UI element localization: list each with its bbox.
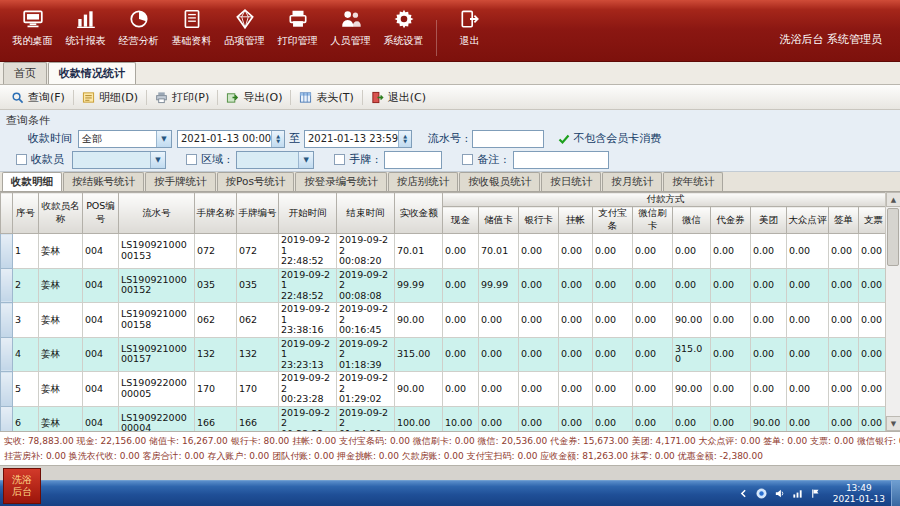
cashier-select[interactable]: ▼ — [72, 151, 166, 169]
chevron-down-icon[interactable]: ▼ — [156, 131, 171, 147]
stat-tab-by-checkout-no[interactable]: 按结账号统计 — [63, 172, 144, 191]
table-header-button[interactable]: 表头(T) — [292, 87, 360, 108]
stat-tab-by-day[interactable]: 按日统计 — [541, 172, 601, 191]
action-center-icon[interactable] — [810, 488, 821, 499]
show-desktop-button[interactable] — [891, 481, 900, 506]
area-select[interactable]: ▼ — [236, 151, 314, 169]
column-header[interactable]: 手牌名称 — [195, 193, 237, 234]
column-header[interactable]: 储值卡 — [479, 207, 519, 234]
tab-home[interactable]: 首页 — [3, 62, 47, 84]
table-row[interactable]: 6姜林004LS190922000000041661662019-09-2200… — [1, 406, 889, 432]
scroll-thumb[interactable] — [887, 208, 899, 266]
column-header[interactable]: 微信刷卡 — [633, 207, 673, 234]
column-header[interactable]: 支付宝条 — [593, 207, 633, 234]
column-header[interactable]: 美团 — [751, 207, 787, 234]
cell: 0.00 — [673, 406, 711, 432]
stat-tab-by-handtag[interactable]: 按手牌统计 — [145, 172, 216, 191]
cashier-label: 收款员 — [31, 152, 64, 167]
date-spinner-icon[interactable]: ▲▼ — [271, 131, 284, 147]
chevron-down-icon[interactable]: ▼ — [298, 152, 313, 168]
export-button[interactable]: 导出(O) — [219, 87, 289, 108]
column-header[interactable]: 银行卡 — [519, 207, 559, 234]
exit-button[interactable]: 退出(C) — [364, 87, 433, 108]
taskbar-clock[interactable]: 13:49 2021-01-13 — [827, 483, 891, 505]
area-checkbox[interactable] — [186, 154, 197, 165]
menu-item-statistics-report[interactable]: 统计报表 — [59, 8, 112, 48]
table-row[interactable]: 3姜林004LS190921000001580620622019-09-2123… — [1, 303, 889, 338]
serial-input[interactable] — [472, 130, 544, 148]
handtag-input[interactable] — [384, 151, 442, 169]
date-spinner-icon[interactable]: ▲▼ — [398, 131, 411, 147]
row-indicator[interactable] — [1, 234, 13, 269]
remark-input[interactable] — [513, 151, 609, 169]
column-header[interactable]: 开始时间 — [279, 193, 337, 234]
cell: 0.00 — [633, 372, 673, 407]
column-header[interactable]: 大众点评 — [787, 207, 829, 234]
app-title: 洗浴后台 系统管理员 — [780, 32, 883, 47]
table-row[interactable]: 1姜林004LS190921000001530720722019-09-2122… — [1, 234, 889, 269]
column-header[interactable]: 序号 — [13, 193, 39, 234]
column-header[interactable]: 实收金额 — [395, 193, 443, 234]
scroll-down-icon[interactable]: ▼ — [886, 416, 900, 431]
column-header[interactable]: 签单 — [829, 207, 859, 234]
column-header[interactable]: 手牌编号 — [237, 193, 279, 234]
chevron-down-icon[interactable]: ▼ — [150, 152, 165, 168]
stat-tab-by-cashier[interactable]: 按收银员统计 — [459, 172, 540, 191]
date-to-input[interactable]: 2021-01-13 23:59 ▲▼ — [304, 130, 412, 148]
remark-checkbox[interactable] — [462, 154, 473, 165]
print-icon — [287, 8, 309, 30]
network-icon[interactable] — [792, 488, 803, 499]
column-header[interactable]: 流水号 — [119, 193, 195, 234]
menu-item-print-management[interactable]: 打印管理 — [271, 8, 324, 48]
stat-tab-by-pos[interactable]: 按Pos号统计 — [217, 172, 295, 191]
column-header[interactable]: 挂帐 — [559, 207, 593, 234]
row-indicator[interactable] — [1, 268, 13, 303]
table-row[interactable]: 4姜林004LS190921000001571321322019-09-2123… — [1, 337, 889, 372]
green-check-icon — [544, 133, 573, 145]
cell: 0.00 — [593, 303, 633, 338]
cell: 0.00 — [787, 234, 829, 269]
stat-tab-payment-detail[interactable]: 收款明细 — [2, 172, 62, 191]
column-header[interactable]: 代金券 — [711, 207, 751, 234]
print-button[interactable]: 打印(P) — [148, 87, 216, 108]
column-header[interactable]: 结束时间 — [337, 193, 395, 234]
menu-item-business-analysis[interactable]: 经营分析 — [112, 8, 165, 48]
cashier-checkbox[interactable] — [16, 154, 27, 165]
time-range-select[interactable]: 全部 ▼ — [78, 130, 172, 148]
table-row[interactable]: 5姜林004LS190922000000051701702019-09-2200… — [1, 372, 889, 407]
menu-item-my-desktop[interactable]: 我的桌面 — [6, 8, 59, 48]
menu-item-item-management[interactable]: 品项管理 — [218, 8, 271, 48]
menu-item-basic-data[interactable]: 基础资料 — [165, 8, 218, 48]
volume-icon[interactable] — [774, 488, 785, 499]
row-indicator[interactable] — [1, 372, 13, 407]
column-header[interactable]: POS编号 — [83, 193, 119, 234]
scroll-up-icon[interactable]: ▲ — [886, 192, 900, 207]
table-row[interactable]: 2姜林004LS190921000001520350352019-09-2122… — [1, 268, 889, 303]
cell: 0.00 — [633, 337, 673, 372]
menu-item-staff-management[interactable]: 人员管理 — [324, 8, 377, 48]
date-from-input[interactable]: 2021-01-13 00:00 ▲▼ — [177, 130, 285, 148]
menu-item-system-settings[interactable]: 系统设置 — [377, 8, 430, 48]
exclude-member-label[interactable]: 不包含会员卡消费 — [573, 131, 661, 146]
hidden-icons-icon[interactable] — [738, 488, 749, 499]
tab-payment-statistics[interactable]: 收款情况统计 — [48, 62, 136, 84]
detail-button[interactable]: 明细(D) — [75, 87, 145, 108]
column-header[interactable]: 支票 — [859, 207, 889, 234]
row-indicator[interactable] — [1, 337, 13, 372]
row-indicator[interactable] — [1, 406, 13, 432]
stat-tab-by-login-no[interactable]: 按登录编号统计 — [295, 172, 387, 191]
menu-item-exit[interactable]: 退出 — [443, 8, 496, 48]
app-logo[interactable]: 洗浴 后台 — [3, 468, 41, 504]
stat-tab-by-month[interactable]: 按月统计 — [602, 172, 662, 191]
cell: 99.99 — [479, 268, 519, 303]
column-header[interactable]: 收款员名称 — [39, 193, 83, 234]
column-header[interactable]: 微信 — [673, 207, 711, 234]
stat-tab-by-store[interactable]: 按店别统计 — [388, 172, 459, 191]
vertical-scrollbar[interactable]: ▲ ▼ — [885, 192, 900, 431]
column-header[interactable]: 现金 — [443, 207, 479, 234]
handtag-checkbox[interactable] — [334, 154, 345, 165]
row-indicator[interactable] — [1, 303, 13, 338]
messenger-icon[interactable] — [756, 488, 767, 499]
stat-tab-by-year[interactable]: 按年统计 — [663, 172, 723, 191]
query-button[interactable]: 查询(F) — [4, 87, 72, 108]
